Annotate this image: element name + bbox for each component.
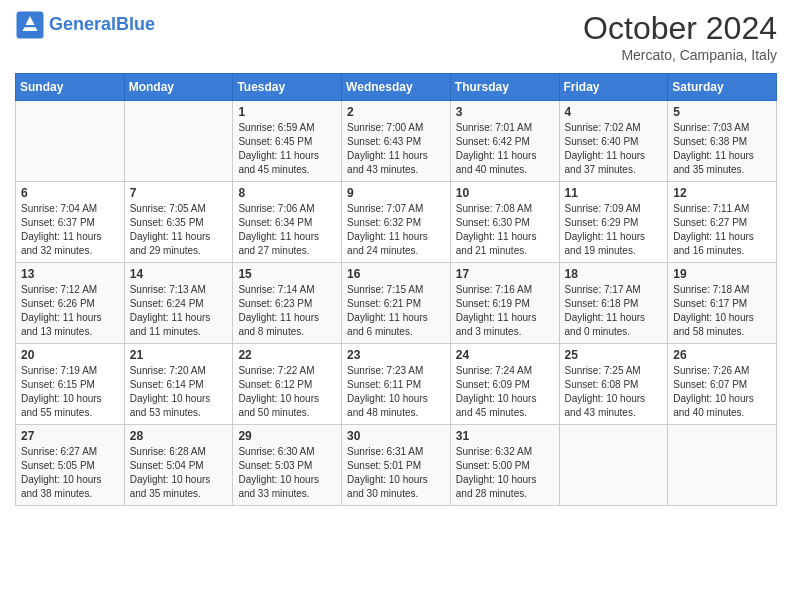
day-number: 5 xyxy=(673,105,771,119)
calendar-table: SundayMondayTuesdayWednesdayThursdayFrid… xyxy=(15,73,777,506)
day-info: Sunrise: 7:06 AMSunset: 6:34 PMDaylight:… xyxy=(238,202,336,258)
day-number: 24 xyxy=(456,348,554,362)
day-number: 16 xyxy=(347,267,445,281)
day-info: Sunrise: 7:24 AMSunset: 6:09 PMDaylight:… xyxy=(456,364,554,420)
week-row-3: 13Sunrise: 7:12 AMSunset: 6:26 PMDayligh… xyxy=(16,263,777,344)
calendar-cell: 12Sunrise: 7:11 AMSunset: 6:27 PMDayligh… xyxy=(668,182,777,263)
day-info: Sunrise: 7:02 AMSunset: 6:40 PMDaylight:… xyxy=(565,121,663,177)
week-row-5: 27Sunrise: 6:27 AMSunset: 5:05 PMDayligh… xyxy=(16,425,777,506)
day-number: 23 xyxy=(347,348,445,362)
calendar-cell xyxy=(16,101,125,182)
calendar-cell: 20Sunrise: 7:19 AMSunset: 6:15 PMDayligh… xyxy=(16,344,125,425)
day-number: 21 xyxy=(130,348,228,362)
day-info: Sunrise: 7:15 AMSunset: 6:21 PMDaylight:… xyxy=(347,283,445,339)
day-info: Sunrise: 7:07 AMSunset: 6:32 PMDaylight:… xyxy=(347,202,445,258)
day-info: Sunrise: 7:09 AMSunset: 6:29 PMDaylight:… xyxy=(565,202,663,258)
day-number: 15 xyxy=(238,267,336,281)
day-number: 26 xyxy=(673,348,771,362)
calendar-cell: 5Sunrise: 7:03 AMSunset: 6:38 PMDaylight… xyxy=(668,101,777,182)
calendar-cell: 30Sunrise: 6:31 AMSunset: 5:01 PMDayligh… xyxy=(342,425,451,506)
day-info: Sunrise: 6:30 AMSunset: 5:03 PMDaylight:… xyxy=(238,445,336,501)
day-info: Sunrise: 7:03 AMSunset: 6:38 PMDaylight:… xyxy=(673,121,771,177)
col-header-sunday: Sunday xyxy=(16,74,125,101)
header-row: SundayMondayTuesdayWednesdayThursdayFrid… xyxy=(16,74,777,101)
day-number: 10 xyxy=(456,186,554,200)
day-number: 13 xyxy=(21,267,119,281)
calendar-cell: 11Sunrise: 7:09 AMSunset: 6:29 PMDayligh… xyxy=(559,182,668,263)
logo-text: GeneralBlue xyxy=(49,15,155,35)
calendar-cell: 23Sunrise: 7:23 AMSunset: 6:11 PMDayligh… xyxy=(342,344,451,425)
day-info: Sunrise: 7:04 AMSunset: 6:37 PMDaylight:… xyxy=(21,202,119,258)
day-info: Sunrise: 7:16 AMSunset: 6:19 PMDaylight:… xyxy=(456,283,554,339)
day-number: 18 xyxy=(565,267,663,281)
calendar-cell: 3Sunrise: 7:01 AMSunset: 6:42 PMDaylight… xyxy=(450,101,559,182)
day-number: 2 xyxy=(347,105,445,119)
calendar-cell: 7Sunrise: 7:05 AMSunset: 6:35 PMDaylight… xyxy=(124,182,233,263)
calendar-cell: 6Sunrise: 7:04 AMSunset: 6:37 PMDaylight… xyxy=(16,182,125,263)
title-block: October 2024 Mercato, Campania, Italy xyxy=(583,10,777,63)
day-info: Sunrise: 7:19 AMSunset: 6:15 PMDaylight:… xyxy=(21,364,119,420)
calendar-cell xyxy=(668,425,777,506)
day-number: 27 xyxy=(21,429,119,443)
page-header: GeneralBlue October 2024 Mercato, Campan… xyxy=(15,10,777,63)
col-header-wednesday: Wednesday xyxy=(342,74,451,101)
calendar-cell: 2Sunrise: 7:00 AMSunset: 6:43 PMDaylight… xyxy=(342,101,451,182)
day-info: Sunrise: 6:32 AMSunset: 5:00 PMDaylight:… xyxy=(456,445,554,501)
calendar-cell: 22Sunrise: 7:22 AMSunset: 6:12 PMDayligh… xyxy=(233,344,342,425)
day-info: Sunrise: 6:28 AMSunset: 5:04 PMDaylight:… xyxy=(130,445,228,501)
col-header-tuesday: Tuesday xyxy=(233,74,342,101)
location-subtitle: Mercato, Campania, Italy xyxy=(583,47,777,63)
day-number: 29 xyxy=(238,429,336,443)
day-info: Sunrise: 7:12 AMSunset: 6:26 PMDaylight:… xyxy=(21,283,119,339)
day-number: 3 xyxy=(456,105,554,119)
day-number: 28 xyxy=(130,429,228,443)
day-number: 12 xyxy=(673,186,771,200)
calendar-cell: 21Sunrise: 7:20 AMSunset: 6:14 PMDayligh… xyxy=(124,344,233,425)
day-info: Sunrise: 6:31 AMSunset: 5:01 PMDaylight:… xyxy=(347,445,445,501)
day-number: 22 xyxy=(238,348,336,362)
calendar-cell: 29Sunrise: 6:30 AMSunset: 5:03 PMDayligh… xyxy=(233,425,342,506)
calendar-cell: 4Sunrise: 7:02 AMSunset: 6:40 PMDaylight… xyxy=(559,101,668,182)
calendar-cell: 1Sunrise: 6:59 AMSunset: 6:45 PMDaylight… xyxy=(233,101,342,182)
calendar-cell: 8Sunrise: 7:06 AMSunset: 6:34 PMDaylight… xyxy=(233,182,342,263)
calendar-cell: 17Sunrise: 7:16 AMSunset: 6:19 PMDayligh… xyxy=(450,263,559,344)
calendar-cell: 9Sunrise: 7:07 AMSunset: 6:32 PMDaylight… xyxy=(342,182,451,263)
calendar-cell: 10Sunrise: 7:08 AMSunset: 6:30 PMDayligh… xyxy=(450,182,559,263)
calendar-cell: 27Sunrise: 6:27 AMSunset: 5:05 PMDayligh… xyxy=(16,425,125,506)
day-number: 30 xyxy=(347,429,445,443)
calendar-cell xyxy=(559,425,668,506)
day-number: 20 xyxy=(21,348,119,362)
calendar-cell: 14Sunrise: 7:13 AMSunset: 6:24 PMDayligh… xyxy=(124,263,233,344)
day-number: 11 xyxy=(565,186,663,200)
week-row-4: 20Sunrise: 7:19 AMSunset: 6:15 PMDayligh… xyxy=(16,344,777,425)
calendar-cell: 13Sunrise: 7:12 AMSunset: 6:26 PMDayligh… xyxy=(16,263,125,344)
day-number: 9 xyxy=(347,186,445,200)
day-info: Sunrise: 7:25 AMSunset: 6:08 PMDaylight:… xyxy=(565,364,663,420)
col-header-thursday: Thursday xyxy=(450,74,559,101)
day-info: Sunrise: 7:14 AMSunset: 6:23 PMDaylight:… xyxy=(238,283,336,339)
day-info: Sunrise: 7:00 AMSunset: 6:43 PMDaylight:… xyxy=(347,121,445,177)
day-number: 7 xyxy=(130,186,228,200)
day-info: Sunrise: 6:27 AMSunset: 5:05 PMDaylight:… xyxy=(21,445,119,501)
day-info: Sunrise: 7:17 AMSunset: 6:18 PMDaylight:… xyxy=(565,283,663,339)
day-number: 6 xyxy=(21,186,119,200)
calendar-cell: 19Sunrise: 7:18 AMSunset: 6:17 PMDayligh… xyxy=(668,263,777,344)
day-info: Sunrise: 7:11 AMSunset: 6:27 PMDaylight:… xyxy=(673,202,771,258)
calendar-cell: 26Sunrise: 7:26 AMSunset: 6:07 PMDayligh… xyxy=(668,344,777,425)
day-info: Sunrise: 6:59 AMSunset: 6:45 PMDaylight:… xyxy=(238,121,336,177)
calendar-cell xyxy=(124,101,233,182)
day-info: Sunrise: 7:13 AMSunset: 6:24 PMDaylight:… xyxy=(130,283,228,339)
calendar-cell: 15Sunrise: 7:14 AMSunset: 6:23 PMDayligh… xyxy=(233,263,342,344)
col-header-saturday: Saturday xyxy=(668,74,777,101)
logo: GeneralBlue xyxy=(15,10,155,40)
day-number: 1 xyxy=(238,105,336,119)
logo-general: General xyxy=(49,14,116,34)
calendar-cell: 16Sunrise: 7:15 AMSunset: 6:21 PMDayligh… xyxy=(342,263,451,344)
day-number: 31 xyxy=(456,429,554,443)
logo-icon xyxy=(15,10,45,40)
day-number: 14 xyxy=(130,267,228,281)
col-header-friday: Friday xyxy=(559,74,668,101)
col-header-monday: Monday xyxy=(124,74,233,101)
calendar-cell: 18Sunrise: 7:17 AMSunset: 6:18 PMDayligh… xyxy=(559,263,668,344)
day-info: Sunrise: 7:20 AMSunset: 6:14 PMDaylight:… xyxy=(130,364,228,420)
